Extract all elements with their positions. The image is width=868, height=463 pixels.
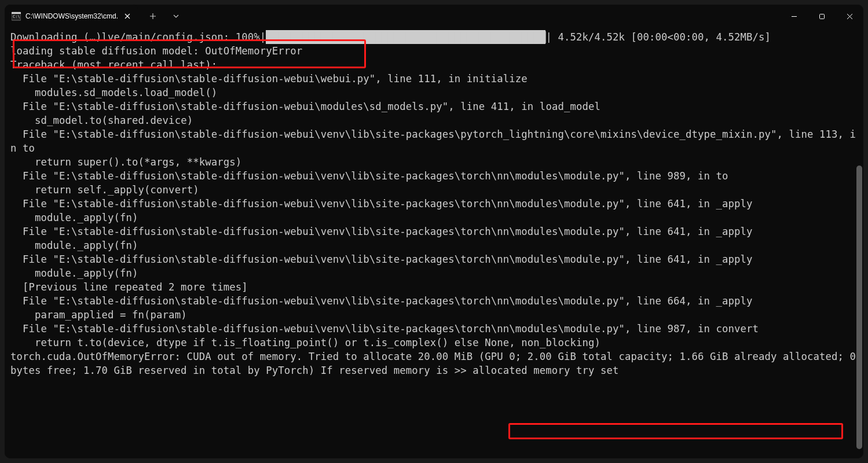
tab-dropdown-button[interactable] [166, 6, 186, 27]
terminal-line: File "E:\stable-diffusion\stable-diffusi… [10, 198, 753, 210]
terminal-line: File "E:\stable-diffusion\stable-diffusi… [10, 295, 753, 307]
tab-cmd[interactable]: C:\ C:\WINDOWS\system32\cmd. [5, 5, 138, 28]
terminal-line: torch.cuda.OutOfMemoryError: CUDA out of… [10, 351, 862, 376]
terminal-line: File "E:\stable-diffusion\stable-diffusi… [10, 170, 728, 182]
cmd-icon: C:\ [12, 12, 21, 21]
terminal-line: File "E:\stable-diffusion\stable-diffusi… [10, 323, 759, 335]
tab-close-button[interactable] [123, 12, 132, 21]
terminal-window: C:\ C:\WINDOWS\system32\cmd. [5, 5, 863, 458]
tab-label: C:\WINDOWS\system32\cmd. [25, 12, 118, 20]
maximize-button[interactable] [808, 5, 836, 28]
terminal-line: File "E:\stable-diffusion\stable-diffusi… [10, 128, 856, 154]
terminal-line: return super().to(*args, **kwargs) [10, 156, 241, 168]
terminal-line: module._apply(fn) [10, 240, 138, 251]
minimize-button[interactable] [780, 5, 808, 28]
scrollbar-thumb[interactable] [856, 166, 862, 449]
terminal-line: param_applied = fn(param) [10, 309, 187, 321]
terminal-line: loading stable diffusion model: OutOfMem… [10, 45, 302, 57]
terminal-line: [Previous line repeated 2 more times] [10, 281, 248, 293]
close-button[interactable] [836, 5, 863, 28]
svg-rect-3 [819, 14, 824, 19]
download-progress-line: Downloading (…)lve/main/config.json: 100… [10, 31, 771, 43]
terminal-line: File "E:\stable-diffusion\stable-diffusi… [10, 253, 753, 265]
terminal-line: module._apply(fn) [10, 212, 138, 223]
terminal-line: File "E:\stable-diffusion\stable-diffusi… [10, 226, 753, 237]
terminal-line: modules.sd_models.load_model() [10, 87, 217, 98]
progress-bar-fill: ████████████████████████████████████████… [266, 30, 545, 44]
window-controls [780, 5, 863, 28]
new-tab-button[interactable] [142, 6, 163, 27]
terminal-line: File "E:\stable-diffusion\stable-diffusi… [10, 73, 528, 84]
terminal-line: return t.to(device, dtype if t.is_floati… [10, 337, 600, 348]
terminal-line: File "E:\stable-diffusion\stable-diffusi… [10, 101, 600, 112]
titlebar: C:\ C:\WINDOWS\system32\cmd. [5, 5, 863, 28]
titlebar-actions [138, 5, 186, 28]
svg-text:C:\: C:\ [13, 14, 20, 19]
terminal-line: sd_model.to(shared.device) [10, 115, 193, 126]
terminal-output[interactable]: Downloading (…)lve/main/config.json: 100… [5, 28, 863, 458]
scrollbar-track[interactable] [856, 32, 862, 449]
terminal-line: Traceback (most recent call last): [10, 59, 217, 71]
terminal-line: module._apply(fn) [10, 267, 138, 279]
svg-rect-1 [12, 12, 21, 14]
terminal-line: return self._apply(convert) [10, 184, 199, 196]
titlebar-drag-area[interactable] [186, 5, 780, 28]
